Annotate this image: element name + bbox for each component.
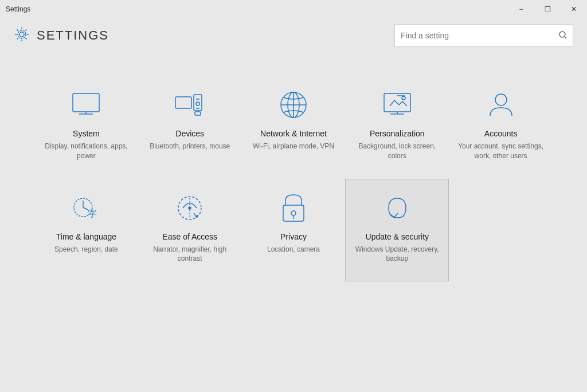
- svg-rect-7: [175, 97, 191, 108]
- network-icon: [276, 88, 311, 122]
- svg-text:字: 字: [88, 209, 97, 218]
- close-button[interactable]: ✕: [561, 0, 587, 18]
- settings-item-network[interactable]: Network & Internet Wi-Fi, airplane mode,…: [242, 76, 346, 179]
- settings-item-time[interactable]: 字 Time & language Speech, region, date: [34, 179, 138, 282]
- update-title: Update & security: [366, 232, 429, 241]
- privacy-title: Privacy: [280, 232, 307, 241]
- settings-item-personalization[interactable]: Personalization Background, lock screen,…: [345, 76, 449, 179]
- devices-title: Devices: [175, 129, 204, 138]
- header-left: SETTINGS: [14, 26, 109, 45]
- settings-item-privacy[interactable]: Privacy Location, camera: [242, 179, 346, 282]
- system-icon: [69, 88, 103, 122]
- ease-title: Ease of Access: [162, 232, 217, 241]
- settings-item-accounts[interactable]: Accounts Your account, sync settings, wo…: [449, 76, 553, 179]
- header-title: SETTINGS: [37, 28, 109, 43]
- search-icon: [559, 31, 567, 41]
- accounts-icon: [484, 88, 518, 122]
- devices-icon: [173, 88, 207, 122]
- personalization-title: Personalization: [370, 129, 425, 138]
- minimize-button[interactable]: −: [508, 0, 534, 18]
- time-icon: 字: [69, 191, 103, 225]
- search-input[interactable]: [401, 31, 559, 40]
- titlebar: Settings − ❐ ✕: [0, 0, 587, 18]
- svg-line-25: [83, 207, 88, 210]
- system-title: System: [73, 129, 100, 138]
- settings-item-system[interactable]: System Display, notifications, apps, pow…: [34, 76, 138, 179]
- svg-point-22: [495, 94, 507, 105]
- accounts-desc: Your account, sync settings, work, other…: [455, 142, 546, 161]
- time-title: Time & language: [56, 232, 116, 241]
- privacy-desc: Location, camera: [267, 245, 320, 254]
- svg-point-33: [291, 211, 296, 215]
- svg-point-0: [19, 32, 24, 37]
- update-icon: [380, 191, 414, 225]
- maximize-button[interactable]: ❐: [534, 0, 561, 18]
- titlebar-controls: − ❐ ✕: [508, 0, 587, 18]
- ease-desc: Narrator, magnifier, high contrast: [144, 245, 236, 264]
- svg-rect-4: [73, 93, 99, 112]
- personalization-desc: Background, lock screen, colors: [351, 142, 443, 161]
- search-box[interactable]: [394, 24, 573, 47]
- network-desc: Wi-Fi, airplane mode, VPN: [253, 142, 334, 151]
- ease-icon: [173, 191, 207, 225]
- svg-point-29: [189, 207, 191, 209]
- settings-item-devices[interactable]: Devices Bluetooth, printers, mouse: [138, 76, 242, 179]
- privacy-icon: [276, 191, 311, 225]
- time-desc: Speech, region, date: [54, 245, 118, 254]
- personalization-icon: [380, 88, 414, 122]
- settings-grid: System Display, notifications, apps, pow…: [0, 53, 587, 281]
- accounts-title: Accounts: [484, 129, 518, 138]
- network-title: Network & Internet: [260, 129, 327, 138]
- svg-point-10: [196, 102, 199, 105]
- settings-gear-icon: [14, 26, 30, 45]
- system-desc: Display, notifications, apps, power: [41, 142, 132, 161]
- update-desc: Windows Update, recovery, backup: [351, 245, 443, 264]
- svg-point-20: [402, 96, 405, 100]
- titlebar-title: Settings: [6, 5, 30, 13]
- devices-desc: Bluetooth, printers, mouse: [150, 142, 230, 151]
- header: SETTINGS: [0, 18, 587, 53]
- svg-point-2: [559, 32, 565, 37]
- svg-line-3: [565, 37, 566, 38]
- settings-item-update[interactable]: Update & security Windows Update, recove…: [345, 179, 449, 282]
- svg-rect-9: [195, 112, 201, 115]
- settings-item-ease[interactable]: Ease of Access Narrator, magnifier, high…: [138, 179, 242, 282]
- svg-point-1: [18, 30, 26, 38]
